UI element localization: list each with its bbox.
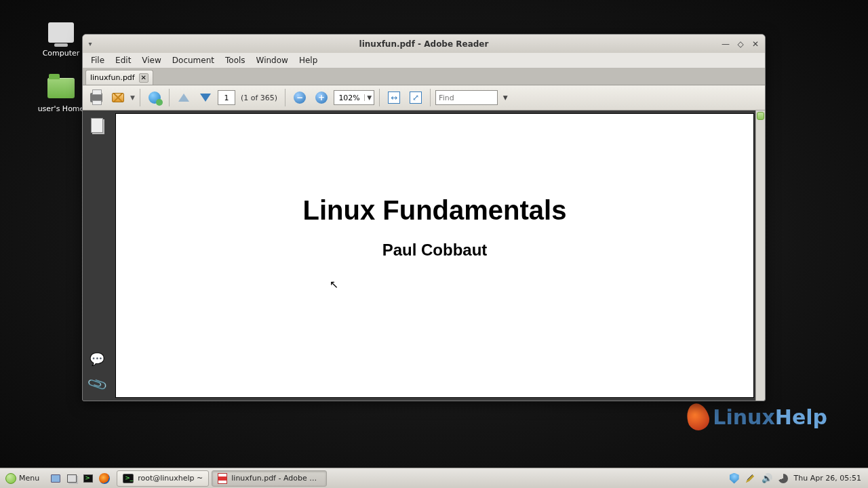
- zoom-combo[interactable]: ▼: [334, 90, 374, 105]
- firefox-icon: [99, 473, 110, 484]
- collaborate-button[interactable]: [145, 88, 164, 107]
- minimize-button[interactable]: —: [719, 38, 732, 50]
- separator: [430, 89, 431, 106]
- email-button[interactable]: [108, 88, 127, 107]
- vertical-scrollbar[interactable]: [755, 110, 765, 401]
- fit-width-button[interactable]: [384, 88, 403, 107]
- document-area: 💬 📎 Linux Fundamentals Paul Cobbaut: [83, 110, 765, 401]
- page-number-input[interactable]: [218, 90, 235, 105]
- menu-help[interactable]: Help: [294, 54, 323, 67]
- navigation-pane: 💬 📎: [83, 110, 111, 401]
- separator: [379, 89, 380, 106]
- menu-edit[interactable]: Edit: [110, 54, 136, 67]
- task-label: root@linuxhelp ~: [138, 474, 203, 483]
- pages-panel-button[interactable]: [89, 117, 105, 134]
- terminal-icon: [83, 474, 93, 483]
- show-desktop-button[interactable]: [47, 470, 64, 487]
- zoom-input[interactable]: [334, 94, 364, 102]
- arrow-up-icon: [178, 94, 189, 102]
- task-label: linuxfun.pdf - Adobe R...: [231, 474, 321, 483]
- quick-launch: [45, 468, 115, 488]
- zoom-in-button[interactable]: +: [312, 88, 331, 107]
- document-tab-label: linuxfun.pdf: [90, 73, 135, 82]
- document-tabbar: linuxfun.pdf ✕: [83, 68, 765, 85]
- zoom-dropdown-icon[interactable]: ▼: [364, 94, 374, 101]
- desktop-icon-computer[interactable]: Computer: [34, 19, 88, 58]
- desktop-icon: [51, 474, 60, 483]
- comment-icon: 💬: [90, 352, 104, 366]
- attachment-icon: 📎: [85, 373, 108, 395]
- menu-document[interactable]: Document: [167, 54, 220, 67]
- menu-tools[interactable]: Tools: [220, 54, 251, 67]
- email-dropdown-icon[interactable]: ▼: [130, 94, 135, 101]
- separator: [169, 89, 170, 106]
- mint-logo-icon: [5, 473, 16, 484]
- tray-update-icon[interactable]: [729, 473, 740, 484]
- pdf-icon: [218, 473, 227, 484]
- menu-file[interactable]: File: [85, 54, 110, 67]
- tray-network-icon[interactable]: [778, 473, 789, 484]
- menu-view[interactable]: View: [136, 54, 166, 67]
- files-icon: [67, 474, 77, 483]
- terminal-icon: [123, 474, 134, 483]
- zoom-out-icon: −: [294, 92, 306, 104]
- collaborate-icon: [149, 92, 161, 104]
- taskbar: Menu root@linuxhelp ~ linuxfun.pdf - Ado…: [0, 468, 868, 488]
- computer-icon: [45, 19, 77, 46]
- system-tray: 🔊 Thu Apr 26, 05:51: [722, 473, 868, 484]
- page-viewport[interactable]: Linux Fundamentals Paul Cobbaut: [111, 110, 765, 401]
- taskbar-task-terminal[interactable]: root@linuxhelp ~: [117, 470, 209, 487]
- print-button[interactable]: [87, 88, 106, 107]
- pages-icon: [91, 118, 103, 133]
- firefox-button[interactable]: [96, 470, 113, 487]
- window-title: linuxfun.pdf - Adobe Reader: [83, 39, 765, 49]
- fit-width-icon: [388, 92, 400, 104]
- doc-title: Linux Fundamentals: [116, 195, 753, 226]
- next-page-button[interactable]: [196, 88, 215, 107]
- desktop-icon-home[interactable]: user's Home: [34, 75, 88, 113]
- find-dropdown-icon[interactable]: ▼: [500, 94, 510, 101]
- find-field[interactable]: [435, 90, 498, 105]
- find-input[interactable]: [436, 94, 497, 102]
- watermark: LinuxHelp: [687, 403, 827, 430]
- tab-close-icon[interactable]: ✕: [139, 73, 149, 83]
- titlebar[interactable]: ▾ linuxfun.pdf - Adobe Reader — ◇ ✕: [83, 35, 765, 53]
- pdf-page: Linux Fundamentals Paul Cobbaut: [115, 113, 754, 398]
- arrow-down-icon: [200, 94, 211, 102]
- separator: [140, 89, 140, 106]
- separator: [285, 89, 285, 106]
- desktop-icon-label: Computer: [34, 49, 88, 58]
- desktop: Computer user's Home LinuxHelp ▾ linuxfu…: [0, 0, 868, 468]
- maximize-button[interactable]: ◇: [734, 38, 747, 50]
- print-icon: [90, 93, 102, 102]
- desktop-icon-label: user's Home: [34, 104, 88, 113]
- file-manager-button[interactable]: [64, 470, 80, 487]
- menu-window[interactable]: Window: [251, 54, 294, 67]
- close-button[interactable]: ✕: [749, 38, 762, 50]
- menubar: File Edit View Document Tools Window Hel…: [83, 53, 765, 68]
- page-count-label: (1 of 365): [241, 94, 277, 102]
- mail-icon: [112, 93, 124, 102]
- document-tab[interactable]: linuxfun.pdf ✕: [85, 70, 153, 85]
- tray-input-icon[interactable]: [745, 473, 756, 484]
- prev-page-button[interactable]: [174, 88, 193, 107]
- comments-panel-button[interactable]: 💬: [89, 350, 105, 367]
- window-menu-icon[interactable]: ▾: [83, 40, 98, 47]
- fit-page-button[interactable]: [406, 88, 425, 107]
- folder-icon: [45, 75, 77, 102]
- fit-page-icon: [410, 92, 422, 104]
- attachments-panel-button[interactable]: 📎: [89, 376, 105, 392]
- scrollbar-thumb[interactable]: [757, 112, 764, 120]
- zoom-in-icon: +: [315, 92, 328, 104]
- adobe-reader-window: ▾ linuxfun.pdf - Adobe Reader — ◇ ✕ File…: [82, 34, 766, 401]
- terminal-launcher-button[interactable]: [80, 470, 96, 487]
- toolbar: ▼ (1 of 365) − + ▼ ▼: [83, 85, 765, 110]
- flame-icon: [684, 401, 712, 433]
- taskbar-clock[interactable]: Thu Apr 26, 05:51: [794, 474, 861, 483]
- zoom-out-button[interactable]: −: [290, 88, 309, 107]
- start-menu-button[interactable]: Menu: [0, 468, 45, 488]
- tray-volume-icon[interactable]: 🔊: [762, 473, 772, 484]
- taskbar-task-adobe-reader[interactable]: linuxfun.pdf - Adobe R...: [212, 470, 327, 487]
- doc-author: Paul Cobbaut: [116, 241, 753, 260]
- start-menu-label: Menu: [19, 474, 39, 483]
